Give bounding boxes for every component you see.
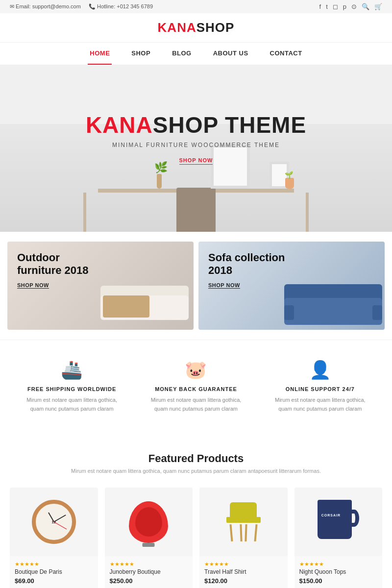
product-card-clock[interactable]: 12 ★★★★★ Boutique De Paris $69.00 — [10, 488, 98, 588]
topbar: ✉ Email: support@demo.com 📞 Hotline: +01… — [0, 0, 392, 13]
feature-support: 👤 ONLINE SUPPORT 24/7 Mirum est notare q… — [258, 360, 382, 413]
pinterest-icon[interactable]: p — [343, 3, 346, 10]
logo-shop: SHOP — [196, 20, 235, 35]
product-stars-clock: ★★★★★ — [15, 561, 93, 567]
nav-shop[interactable]: SHOP — [129, 43, 152, 65]
product-name-eggchair: Junoberry Boutique — [110, 568, 188, 575]
product-info-clock: ★★★★★ Boutique De Paris $69.00 — [10, 556, 98, 588]
featured-desc: Mirum est notare quam littera gothica, q… — [10, 468, 382, 474]
product-img-yellowchair — [199, 488, 288, 556]
clock-illustration: 12 — [32, 500, 76, 544]
product-stars-eggchair: ★★★★★ — [110, 561, 188, 567]
hero-section: 🌿 🌱 KANASHOP THEME MINIMAL FURNITURE WOO… — [0, 65, 392, 232]
feature-shipping: 🚢 FREE SHIPPING WORLDWIDE Mirum est nota… — [10, 360, 134, 413]
yellowchair-illustration — [226, 502, 261, 541]
moneyback-desc: Mirum est notare quam littera gothica, q… — [144, 396, 248, 413]
banner-section: Outdoor furniture 2018 SHOP NOW Sofa col… — [0, 232, 392, 340]
product-img-clock: 12 — [10, 488, 98, 556]
product-info-mug: ★★★★★ Night Quoon Tops $150.00 — [294, 556, 383, 588]
topbar-contact: ✉ Email: support@demo.com 📞 Hotline: +01… — [10, 3, 153, 10]
featured-section: Featured Products Mirum est notare quam … — [0, 433, 392, 588]
support-icon: 👤 — [268, 360, 372, 380]
product-price-clock: $69.00 — [15, 577, 93, 585]
outdoor-banner[interactable]: Outdoor furniture 2018 SHOP NOW — [7, 242, 194, 330]
product-price-eggchair: $250.00 — [110, 577, 188, 585]
sofa-visual — [277, 276, 385, 330]
products-grid-row1: 12 ★★★★★ Boutique De Paris $69.00 ★★★★★ … — [10, 488, 382, 588]
product-stars-mug: ★★★★★ — [299, 561, 378, 567]
support-title: ONLINE SUPPORT 24/7 — [268, 386, 372, 392]
nav-blog[interactable]: BLOG — [170, 43, 194, 65]
hero-cta-button[interactable]: SHOP NOW — [179, 157, 213, 165]
sofa-shop-link[interactable]: SHOP NOW — [208, 282, 240, 289]
shipping-title: FREE SHIPPING WORLDWIDE — [20, 386, 124, 392]
features-section: 🚢 FREE SHIPPING WORLDWIDE Mirum est nota… — [0, 340, 392, 433]
nav-contact[interactable]: CONTACT — [268, 43, 304, 65]
hero-title-rest: SHOP THEME — [153, 112, 306, 138]
support-desc: Mirum est notare quam littera gothica, q… — [268, 396, 372, 413]
twitter-icon[interactable]: t — [326, 3, 328, 10]
rss-icon[interactable]: ⊙ — [351, 3, 357, 10]
nav-home[interactable]: HOME — [88, 43, 112, 65]
email-label: ✉ Email: support@demo.com — [10, 3, 81, 10]
hotline-label: 📞 Hotline: +012 345 6789 — [89, 3, 153, 10]
featured-title: Featured Products — [10, 452, 382, 465]
product-price-yellowchair: $120.00 — [204, 577, 283, 585]
sofa-banner-content: Sofa collection 2018 SHOP NOW — [208, 251, 287, 289]
moneyback-title: MONEY BACK GUARANTEE — [144, 386, 248, 392]
main-nav: HOME SHOP BLOG ABOUT US CONTACT — [0, 43, 392, 65]
product-info-eggchair: ★★★★★ Junoberry Boutique $250.00 — [105, 556, 193, 588]
product-stars-yellowchair: ★★★★★ — [204, 561, 283, 567]
hero-subtitle: MINIMAL FURNITURE WOOCOMMERCE THEME — [86, 142, 306, 148]
product-card-mug[interactable]: CORSAIR ★★★★★ Night Quoon Tops $150.00 — [294, 488, 383, 588]
hero-content: KANASHOP THEME MINIMAL FURNITURE WOOCOMM… — [86, 113, 306, 165]
mug-illustration: CORSAIR — [318, 500, 359, 544]
product-info-yellowchair: ★★★★★ Travel Half Shirt $120.00 — [199, 556, 288, 588]
feature-money-back: 🐷 MONEY BACK GUARANTEE Mirum est notare … — [134, 360, 258, 413]
instagram-icon[interactable]: ◻ — [333, 3, 338, 10]
product-img-mug: CORSAIR — [294, 488, 383, 556]
logo-kana: KANA — [158, 20, 196, 35]
site-logo[interactable]: KANASHOP — [158, 20, 235, 35]
product-card-yellowchair[interactable]: ★★★★★ Travel Half Shirt $120.00 — [199, 488, 288, 588]
outdoor-banner-title: Outdoor furniture 2018 — [17, 251, 96, 277]
cart-icon[interactable]: 🛒 — [374, 3, 382, 10]
topbar-social: f t ◻ p ⊙ 🔍 🛒 — [319, 3, 382, 10]
product-name-yellowchair: Travel Half Shirt — [204, 568, 283, 575]
sofa-banner-title: Sofa collection 2018 — [208, 251, 287, 277]
search-icon[interactable]: 🔍 — [362, 3, 369, 10]
shipping-icon: 🚢 — [20, 360, 124, 380]
shipping-desc: Mirum est notare quam littera gothica, q… — [20, 396, 124, 413]
product-card-eggchair[interactable]: ★★★★★ Junoberry Boutique $250.00 — [105, 488, 193, 588]
hero-title-kana: KANA — [86, 112, 153, 138]
sofa-banner[interactable]: Sofa collection 2018 SHOP NOW — [198, 242, 385, 330]
moneyback-icon: 🐷 — [144, 360, 248, 380]
facebook-icon[interactable]: f — [319, 3, 321, 10]
product-img-eggchair — [105, 488, 193, 556]
eggchair-illustration — [129, 501, 168, 543]
outdoor-shop-link[interactable]: SHOP NOW — [17, 282, 49, 289]
header: KANASHOP — [0, 13, 392, 43]
product-name-clock: Boutique De Paris — [15, 568, 93, 575]
hero-title: KANASHOP THEME — [86, 113, 306, 138]
product-name-mug: Night Quoon Tops — [299, 568, 378, 575]
outdoor-visual — [96, 271, 194, 330]
nav-about[interactable]: ABOUT US — [211, 43, 250, 65]
product-price-mug: $150.00 — [299, 577, 378, 585]
outdoor-banner-content: Outdoor furniture 2018 SHOP NOW — [17, 251, 96, 289]
